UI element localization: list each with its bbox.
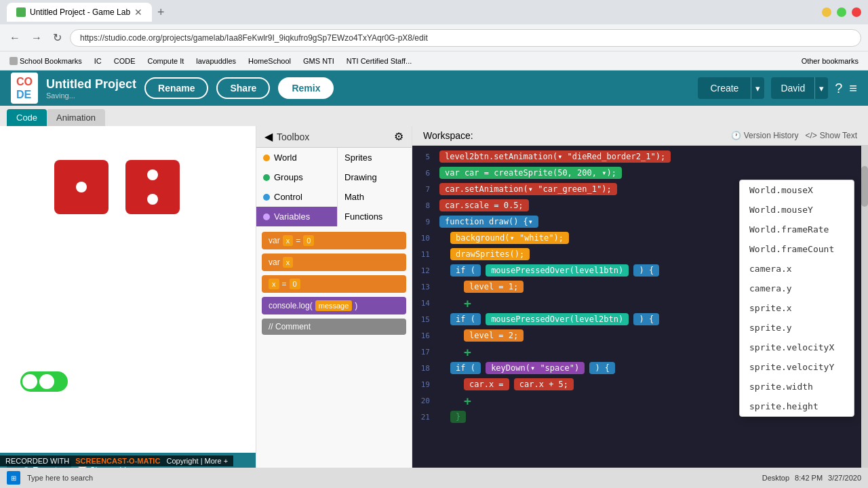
cat-label-groups: Groups (274, 172, 303, 182)
bookmark-label: CODE (114, 57, 136, 65)
user-dropdown-button[interactable]: ▾ (814, 77, 828, 99)
search-area[interactable]: Type here to search (27, 474, 93, 482)
bookmark-computeit[interactable]: Compute It (144, 56, 189, 66)
toolbox-settings-btn[interactable]: ⚙ (394, 130, 403, 143)
date-label: 3/27/2020 (828, 474, 861, 482)
toolbox-nav: ◀ Toolbox (264, 130, 309, 143)
project-title: Untitled Project (46, 77, 136, 91)
windows-icon: ⊞ (7, 471, 20, 485)
line-number: 6 (412, 169, 437, 178)
help-button[interactable]: ? (835, 81, 842, 96)
block-msg: message (315, 300, 353, 311)
cat-variables[interactable]: Variables (256, 207, 337, 226)
create-dropdown-button[interactable]: ▾ (751, 77, 764, 99)
bookmark-school[interactable]: School Bookmarks (5, 56, 86, 66)
dropdown-item-worldframecount[interactable]: World.frameCount (740, 239, 854, 259)
tab-close-btn[interactable]: ✕ (134, 7, 142, 18)
block-x: x (283, 235, 294, 246)
line-number: 10 (412, 234, 437, 243)
workspace-scrollbar[interactable] (861, 146, 868, 488)
bookmark-nti[interactable]: NTI Certified Staff... (342, 56, 416, 66)
version-history-button[interactable]: 🕐 Version History (731, 131, 799, 140)
dropdown-item-spriteheight[interactable]: sprite.height (740, 396, 854, 416)
new-tab-button[interactable]: + (157, 5, 165, 20)
dropdown-item-spritevelocityx[interactable]: sprite.velocityX (740, 338, 854, 357)
block-paren: ) (355, 301, 357, 310)
browser-tab[interactable]: Untitled Project - Game Lab ✕ (7, 3, 152, 22)
dropdown-item-cameray[interactable]: camera.y (740, 279, 854, 298)
cat-drawing[interactable]: Drawing (338, 167, 412, 187)
block-var-x[interactable]: var x (262, 253, 406, 271)
dropdown-item-spritex[interactable]: sprite.x (740, 298, 854, 318)
share-button[interactable]: Share (216, 77, 270, 99)
back-button[interactable]: ← (7, 29, 23, 47)
recording-banner: RECORDED WITH SCREENCAST-O-MATIC Copyrig… (0, 455, 233, 466)
start-button-area[interactable]: ⊞ (7, 471, 20, 485)
menu-button[interactable]: ≡ (849, 81, 857, 96)
code-block: ) { (633, 313, 659, 325)
block-eq2: = (282, 279, 287, 289)
cat-label-control: Control (274, 192, 302, 202)
user-button[interactable]: David (771, 77, 814, 99)
window-controls (822, 7, 861, 17)
remix-button[interactable]: Remix (278, 77, 334, 99)
line-number: 8 (412, 201, 437, 210)
show-text-button[interactable]: </> Show Text (805, 131, 857, 140)
cat-sprites[interactable]: Sprites (338, 148, 412, 167)
line-number: 5 (412, 152, 437, 161)
cat-label-functions: Functions (344, 211, 382, 222)
maximize-button[interactable] (837, 7, 846, 17)
bookmark-homeschool[interactable]: HomeSchool (244, 56, 295, 66)
block-var-assign[interactable]: var x = 0 (262, 232, 406, 249)
rename-button[interactable]: Rename (144, 77, 208, 99)
add-block: + (464, 394, 471, 408)
reload-button[interactable]: ↻ (50, 28, 64, 47)
address-input[interactable]: https://studio.code.org/projects/gamelab… (70, 29, 861, 47)
tab-animation[interactable]: Animation (47, 109, 105, 126)
code-block: level = 2; (464, 329, 524, 342)
dropdown-item-worldmousex[interactable]: World.mouseX (740, 180, 854, 200)
toolbox-header: ◀ Toolbox ⚙ (256, 126, 412, 148)
scrollbar-thumb[interactable] (861, 166, 868, 207)
create-button[interactable]: Create (698, 77, 751, 99)
bookmark-code[interactable]: CODE (110, 56, 140, 66)
dropdown-item-worldmousey[interactable]: World.mouseY (740, 200, 854, 220)
address-bar: ← → ↻ https://studio.code.org/projects/g… (0, 24, 868, 52)
tab-code[interactable]: Code (7, 109, 47, 126)
toolbox-back-btn[interactable]: ◀ (264, 130, 273, 143)
line-number: 18 (412, 364, 437, 373)
minimize-button[interactable] (822, 7, 831, 17)
workspace-title: Workspace: (423, 130, 473, 141)
bookmark-lava[interactable]: lavapuddles (192, 56, 240, 66)
block-comment[interactable]: // Comment (262, 319, 406, 335)
add-block: + (464, 345, 471, 359)
close-button[interactable] (852, 7, 861, 17)
block-comment-label: // Comment (269, 322, 311, 331)
cat-groups[interactable]: Groups (256, 167, 337, 187)
cat-world[interactable]: World (256, 148, 337, 167)
bookmark-ic[interactable]: IC (90, 56, 106, 66)
main-area: ↺ Reset Show grid ◀ Toolbox ⚙ World (0, 126, 868, 488)
app-logo: CO DE (11, 73, 38, 104)
more-label: More + (205, 457, 229, 465)
dropdown-item-spritewidth[interactable]: sprite.width (740, 377, 854, 396)
code-block: var car = createSprite(50, 200, ▾); (439, 167, 622, 179)
dropdown-item-camerax[interactable]: camera.x (740, 259, 854, 279)
cat-control[interactable]: Control (256, 187, 337, 207)
bookmark-other[interactable]: Other bookmarks (797, 56, 863, 66)
block-assign[interactable]: x = 0 (262, 275, 406, 293)
cat-functions[interactable]: Functions (338, 207, 412, 226)
dropdown-item-worldframerate[interactable]: World.frameRate (740, 220, 854, 239)
copyright-label: Copyright (167, 457, 199, 465)
cat-math[interactable]: Math (338, 187, 412, 207)
forward-button[interactable]: → (28, 29, 45, 47)
block-console-log[interactable]: console.log( message ) (262, 297, 406, 314)
line-number: 13 (412, 283, 437, 291)
bookmark-gms[interactable]: GMS NTI (299, 56, 338, 66)
dropdown-item-spritey[interactable]: sprite.y (740, 318, 854, 338)
code-block: keyDown(▾ "space") (486, 362, 585, 374)
cat-label-world: World (274, 152, 297, 163)
editor-tabs: Code Animation (0, 106, 868, 126)
clock-icon: 🕐 (731, 131, 741, 140)
dropdown-item-spritevelocityy[interactable]: sprite.velocityY (740, 357, 854, 377)
